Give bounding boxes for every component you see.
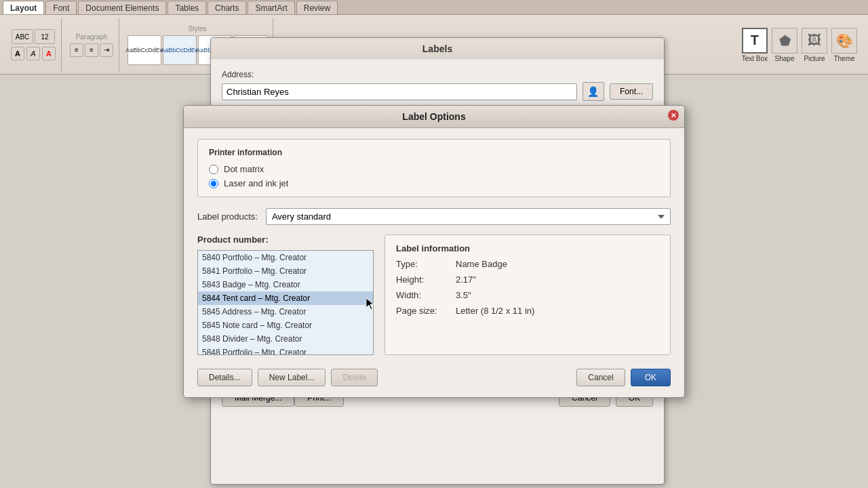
textbox-icon: T [742,28,768,54]
product-list-item[interactable]: 5848 Divider – Mtg. Creator [198,332,373,346]
address-label: Address: [222,70,653,79]
tab-review[interactable]: Review [296,1,338,14]
list-bullet-button[interactable]: ≡ [70,43,83,57]
dialog-buttons-row: Details... New Label... Delete Cancel OK [197,366,671,386]
font-size-input[interactable]: 12 [35,29,55,44]
dialog-btn-left-group: Details... New Label... Delete [197,369,378,386]
laser-inkjet-label: Laser and ink jet [224,178,288,188]
ribbon-font-buttons: ABC 12 A A A [11,29,56,60]
insert-textbox[interactable]: T Text Box [742,28,768,62]
label-products-row: Label products: Avery standardAvery A4/A… [197,208,671,225]
tab-smartart[interactable]: SmartArt [248,1,294,14]
type-value: Name Badge [456,259,507,269]
address-row: 👤 Font... [222,82,653,101]
style-swatch-1[interactable]: AaBbCcDdEe [127,35,161,65]
italic-button[interactable]: A [26,47,40,60]
label-products-select[interactable]: Avery standardAvery A4/A5Avery Zweckform… [266,208,671,225]
page-size-key: Page size: [396,306,450,316]
ribbon-group-paragraph: Paragraph ≡ ≡ ⇥ [64,18,119,71]
insert-shape[interactable]: ⬟ Shape [772,28,797,62]
width-value: 3.5" [456,290,471,300]
dialog-title: Label Options [402,111,465,122]
bold-button[interactable]: A [11,47,24,60]
product-list-item[interactable]: 5844 Tent card – Mtg. Creator [198,291,373,305]
tab-layout[interactable]: Layout [3,1,44,14]
width-key: Width: [396,290,450,300]
cancel-button[interactable]: Cancel [576,369,625,386]
theme-icon: 🎨 [831,28,857,54]
font-button[interactable]: Font... [610,83,653,100]
insert-picture[interactable]: 🖼 Picture [802,28,827,62]
close-button[interactable]: ✕ [668,110,679,121]
paragraph-label: Paragraph [76,33,108,41]
ok-button[interactable]: OK [631,369,671,386]
height-key: Height: [396,274,450,285]
tab-font[interactable]: Font [45,1,77,14]
two-column-section: Product number: 5840 Portfolio – Mtg. Cr… [197,235,671,355]
style-swatch-2[interactable]: AaBbCcDdEe [163,35,197,65]
ribbon-group-font: ABC 12 A A A [5,18,62,71]
styles-label: Styles [188,25,206,33]
info-row-height: Height: 2.17" [396,274,659,285]
product-list-container: 5840 Portfolio – Mtg. Creator5841 Portfo… [197,250,374,355]
label-products-label: Label products: [197,211,258,222]
dot-matrix-option[interactable]: Dot matrix [209,164,659,174]
indent-button[interactable]: ⇥ [100,43,113,57]
color-button[interactable]: A [42,47,56,60]
printer-info-title: Printer information [209,148,659,157]
radio-group-printer: Dot matrix Laser and ink jet [209,164,659,188]
type-key: Type: [396,259,450,269]
tab-charts[interactable]: Charts [208,1,246,14]
laser-inkjet-option[interactable]: Laser and ink jet [209,178,659,188]
dialog-titlebar: Label Options ✕ [184,106,684,128]
product-number-section: Product number: 5840 Portfolio – Mtg. Cr… [197,235,374,355]
product-list-item[interactable]: 5840 Portfolio – Mtg. Creator [198,251,373,264]
insert-theme[interactable]: 🎨 Theme [831,28,857,62]
new-label-button[interactable]: New Label... [258,369,326,386]
ribbon-tab-bar: Layout Font Document Elements Tables Cha… [0,0,868,15]
textbox-label: Text Box [742,55,768,62]
dot-matrix-label: Dot matrix [224,164,264,174]
list-number-button[interactable]: ≡ [85,43,98,57]
address-book-button[interactable]: 👤 [583,82,604,101]
label-info-header: Label information [396,243,659,253]
product-list-item[interactable]: 5843 Badge – Mtg. Creator [198,278,373,291]
address-section: Address: 👤 Font... [222,70,653,101]
font-name-input[interactable]: ABC [12,29,33,44]
labels-dialog-title: Labels [211,38,664,59]
picture-label: Picture [804,55,825,62]
label-info-section: Label information Type: Name Badge Heigh… [384,235,671,355]
info-row-type: Type: Name Badge [396,259,659,269]
dialog-btn-right-group: Cancel OK [576,369,671,386]
height-value: 2.17" [456,274,476,285]
details-button[interactable]: Details... [197,369,252,386]
address-input[interactable] [222,83,577,100]
shape-label: Shape [775,55,795,62]
product-list-item[interactable]: 5845 Address – Mtg. Creator [198,305,373,319]
theme-label: Theme [833,55,854,62]
picture-icon: 🖼 [802,28,827,54]
page-size-value: Letter (8 1/2 x 11 in) [456,306,534,316]
product-list-item[interactable]: 5845 Note card – Mtg. Creator [198,319,373,332]
product-number-header: Product number: [197,235,374,245]
shape-icon: ⬟ [772,28,797,54]
info-row-width: Width: 3.5" [396,290,659,300]
product-list-item[interactable]: 5848 Portfolio – Mtg. Creator [198,346,373,355]
label-options-dialog: Label Options ✕ Printer information Dot … [183,105,685,398]
delete-button[interactable]: Delete [331,369,378,386]
dot-matrix-radio[interactable] [209,165,218,174]
info-row-page-size: Page size: Letter (8 1/2 x 11 in) [396,306,659,316]
laser-inkjet-radio[interactable] [209,179,218,188]
dialog-body: Printer information Dot matrix Laser and… [184,128,684,397]
printer-info-section: Printer information Dot matrix Laser and… [197,139,671,197]
product-list[interactable]: 5840 Portfolio – Mtg. Creator5841 Portfo… [197,250,374,355]
tab-document-elements[interactable]: Document Elements [78,1,166,14]
tab-tables[interactable]: Tables [167,1,206,14]
ribbon-group-insert: T Text Box ⬟ Shape 🖼 Picture 🎨 Theme [736,18,863,71]
product-list-item[interactable]: 5841 Portfolio – Mtg. Creator [198,264,373,278]
